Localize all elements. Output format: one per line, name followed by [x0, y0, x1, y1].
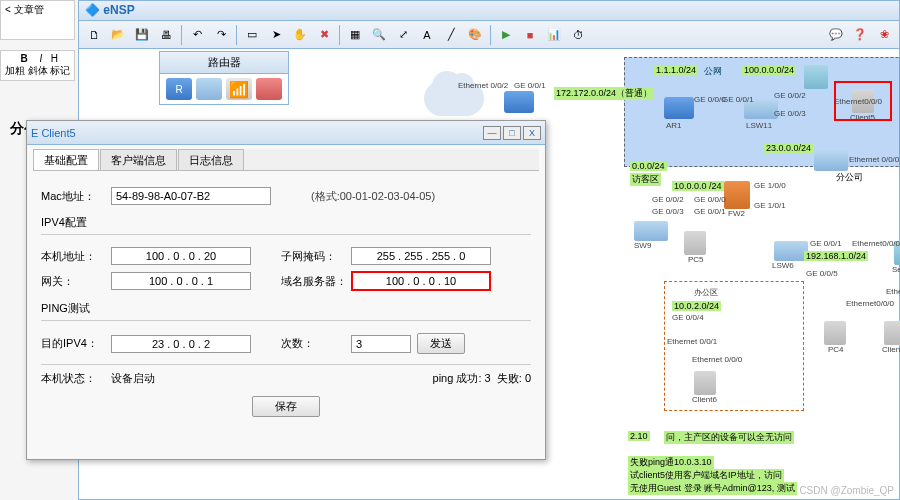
branch-switch-icon[interactable]: [814, 151, 848, 171]
minimize-button[interactable]: —: [483, 126, 501, 140]
save-icon[interactable]: 💾: [131, 24, 153, 46]
print-icon[interactable]: 🖶: [155, 24, 177, 46]
tab-client-info[interactable]: 客户端信息: [100, 149, 177, 170]
status-label: 本机状态：: [41, 371, 111, 386]
if-ge02-b: GE 0/0/2: [652, 195, 684, 204]
sw9-switch-icon[interactable]: [634, 221, 668, 241]
redo-icon[interactable]: ↷: [210, 24, 232, 46]
help-icon[interactable]: ❓: [849, 24, 871, 46]
ap-device-icon[interactable]: 📶: [226, 78, 252, 100]
if-ge04: GE 0/0/4: [672, 313, 704, 322]
save-button[interactable]: 保存: [252, 396, 320, 417]
if-e00-c6: Ethernet 0/0/0: [692, 355, 742, 364]
dmz3-label: 10.0.0.0 /24: [672, 181, 724, 191]
start-icon[interactable]: ▶: [495, 24, 517, 46]
if-ge03-a: GE 0/0/3: [774, 109, 806, 118]
dest-ip-input[interactable]: [111, 335, 251, 353]
if-ge05: GE 0/0/5: [806, 269, 838, 278]
dialog-body: Mac地址： (格式:00-01-02-03-04-05) IPV4配置 本机地…: [27, 171, 545, 427]
if-ge00-a: GE 0/0/0: [694, 95, 726, 104]
hand-icon[interactable]: ✋: [289, 24, 311, 46]
italic-btn[interactable]: I: [34, 53, 48, 64]
watermark: CSDN @Zombie_QP: [799, 485, 894, 496]
stop-icon[interactable]: ■: [519, 24, 541, 46]
if-e00: Ethernet0/0/0: [834, 97, 882, 106]
note4-label: 无使用Guest 登录 账号Admin@123, 测试: [628, 482, 797, 495]
msg-icon[interactable]: 💬: [825, 24, 847, 46]
italic-lbl: 斜体: [28, 65, 48, 76]
if-ge01-c: GE 0/0/1: [694, 207, 726, 216]
capture-icon[interactable]: 📊: [543, 24, 565, 46]
text-icon[interactable]: A: [416, 24, 438, 46]
fw-device-icon[interactable]: [256, 78, 282, 100]
pc5-label: PC5: [688, 255, 704, 264]
dns-input[interactable]: [351, 271, 491, 291]
if-e001: Ethernet 0/0/1: [667, 337, 717, 346]
open-icon[interactable]: 📂: [107, 24, 129, 46]
client4-icon[interactable]: [884, 321, 900, 345]
gateway-input[interactable]: [111, 272, 251, 290]
pointer-icon[interactable]: ➤: [265, 24, 287, 46]
edge-router-icon[interactable]: [504, 91, 534, 113]
router-device-icon[interactable]: R: [166, 78, 192, 100]
client6-label: Client6: [692, 395, 717, 404]
host-ip-input[interactable]: [111, 247, 251, 265]
fit-icon[interactable]: ⤢: [392, 24, 414, 46]
time-icon[interactable]: ⏱: [567, 24, 589, 46]
dns-label: 域名服务器：: [281, 274, 351, 289]
if-e00-pc4: Ethernet0/0/0: [846, 299, 894, 308]
zoom-icon[interactable]: 🔍: [368, 24, 390, 46]
app-logo-icon: Ε: [31, 127, 38, 139]
status-value: 设备启动: [111, 371, 231, 386]
switch-device-icon[interactable]: [196, 78, 222, 100]
palette-title: 路由器: [160, 52, 288, 74]
huawei-icon[interactable]: ❀: [873, 24, 895, 46]
mask-input[interactable]: [351, 247, 491, 265]
client6-icon[interactable]: [694, 371, 716, 395]
line-icon[interactable]: ╱: [440, 24, 462, 46]
close-button[interactable]: X: [523, 126, 541, 140]
tab-basic[interactable]: 基础配置: [33, 149, 99, 170]
send-button[interactable]: 发送: [417, 333, 465, 354]
gateway-label: 网关：: [41, 274, 111, 289]
ar1-router-icon[interactable]: [664, 97, 694, 119]
if-e00-c4: Ethernet0/0/0: [886, 287, 900, 296]
lsw6-switch-icon[interactable]: [774, 241, 808, 261]
if-e00-s4: Ethernet0/0/0: [852, 239, 900, 248]
ping-success: ping 成功: 3: [433, 371, 491, 386]
bold-lbl: 加粗: [5, 65, 25, 76]
new-icon[interactable]: 🗋: [83, 24, 105, 46]
maximize-button[interactable]: □: [503, 126, 521, 140]
srv-net-label: 100.0.0.0/24: [742, 65, 796, 75]
ping-fail: 失败: 0: [497, 371, 531, 386]
pc5-icon[interactable]: [684, 231, 706, 255]
office-net-label: 10.0.2.0/24: [672, 301, 721, 311]
fw2-label: FW2: [728, 209, 745, 218]
count-input[interactable]: [351, 335, 411, 353]
select-icon[interactable]: ▭: [241, 24, 263, 46]
dialog-titlebar[interactable]: Ε Client5 — □ X: [27, 121, 545, 145]
server-top-icon[interactable]: [804, 65, 828, 89]
lsw11-label: LSW11: [746, 121, 772, 130]
pc4-icon[interactable]: [824, 321, 846, 345]
fw2-icon[interactable]: [724, 181, 750, 209]
if-e02: Ethernet 0/0/2: [458, 81, 508, 90]
if-ge01-a: GE 0/0/1: [514, 81, 546, 90]
undo-icon[interactable]: ↶: [186, 24, 208, 46]
wan-net-label: 172.172.0.0/24（普通）: [554, 87, 654, 100]
bold-btn[interactable]: B: [17, 53, 31, 64]
h-btn[interactable]: H: [51, 53, 58, 64]
article-back[interactable]: < 文章管: [0, 0, 75, 40]
client4-label: Client4: [882, 345, 900, 354]
dialog-tabs: 基础配置 客户端信息 日志信息: [33, 149, 539, 171]
mac-input[interactable]: [111, 187, 271, 205]
client5-dialog: Ε Client5 — □ X 基础配置 客户端信息 日志信息 Mac地址： (…: [26, 120, 546, 460]
note3-label: 试client5使用客户端域名IP地址，访问: [628, 469, 784, 482]
ar1-label: AR1: [666, 121, 682, 130]
grid-icon[interactable]: ▦: [344, 24, 366, 46]
delete-icon[interactable]: ✖: [313, 24, 335, 46]
format-toolbar: B I H 加粗 斜体 标记: [0, 50, 75, 81]
mask-label: 子网掩码：: [281, 249, 351, 264]
tab-log[interactable]: 日志信息: [178, 149, 244, 170]
palette-icon[interactable]: 🎨: [464, 24, 486, 46]
